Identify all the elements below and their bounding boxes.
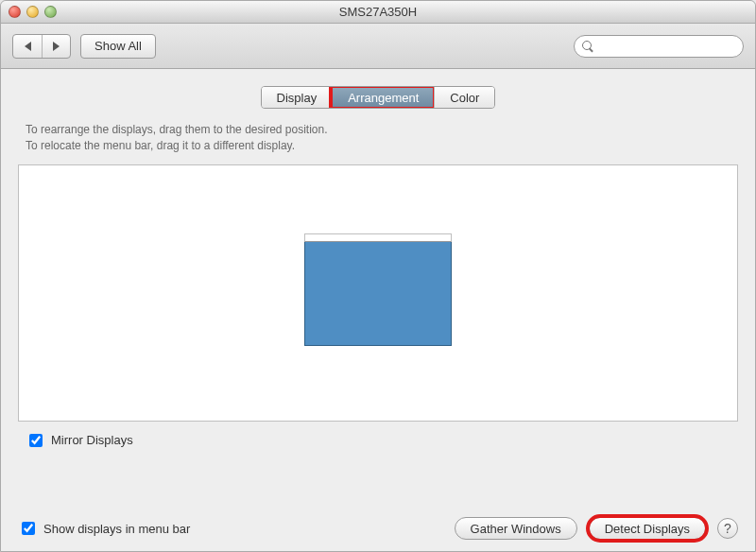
hint-line-2: To relocate the menu bar, drag it to a d… [26,138,734,154]
search-icon [582,41,593,52]
zoom-icon[interactable] [44,6,57,18]
tab-display[interactable]: Display [262,87,333,108]
mirror-displays-label: Mirror Displays [51,433,133,447]
search-input[interactable] [596,39,735,54]
mirror-displays-checkbox[interactable] [29,434,43,447]
preferences-window: SMS27A350H Show All Display Arrangement … [0,0,756,552]
tab-arrangement[interactable]: Arrangement [332,87,434,108]
chevron-right-icon [53,42,60,51]
tab-color[interactable]: Color [434,87,494,108]
show-all-button[interactable]: Show All [80,34,156,59]
search-field[interactable] [574,35,744,58]
forward-button[interactable] [42,35,70,58]
arrangement-canvas[interactable] [18,164,738,422]
hint-line-1: To rearrange the displays, drag them to … [26,122,734,138]
menubar-representation[interactable] [304,233,452,242]
close-icon[interactable] [9,6,21,18]
instruction-text: To rearrange the displays, drag them to … [26,122,734,155]
footer: Show displays in menu bar Gather Windows… [1,517,755,540]
show-displays-menubar-label: Show displays in menu bar [43,522,190,536]
tab-segment: Display Arrangement Color [261,86,496,109]
back-button[interactable] [13,35,42,58]
window-controls [9,6,57,18]
mirror-displays-row[interactable]: Mirror Displays [26,431,734,450]
display-representation[interactable] [304,240,452,346]
titlebar: SMS27A350H [1,1,755,24]
show-displays-menubar-row[interactable]: Show displays in menu bar [18,519,190,538]
gather-windows-button[interactable]: Gather Windows [455,517,577,540]
chevron-left-icon [25,42,31,51]
toolbar: Show All [1,24,755,69]
content-area: Display Arrangement Color To rearrange t… [1,69,755,459]
detect-displays-button[interactable]: Detect Displays [589,517,706,540]
show-displays-menubar-checkbox[interactable] [22,522,35,535]
nav-segment [12,34,71,59]
help-button[interactable]: ? [717,518,738,539]
window-title: SMS27A350H [9,5,747,19]
minimize-icon[interactable] [26,6,39,18]
